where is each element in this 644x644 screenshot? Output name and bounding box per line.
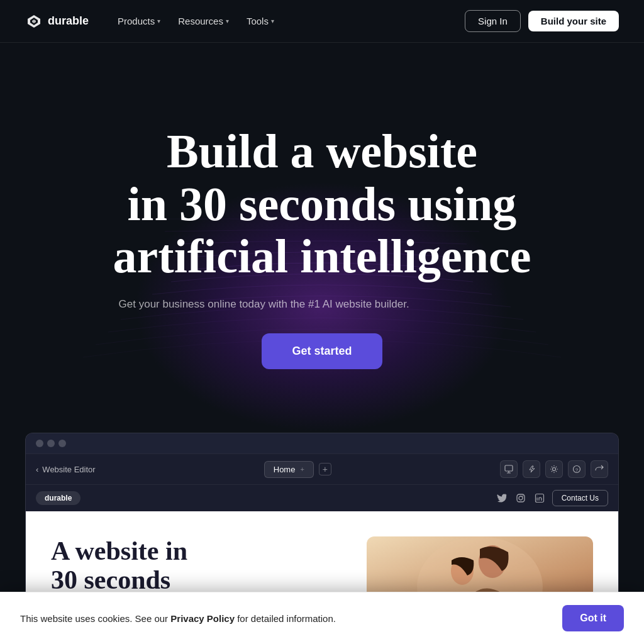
browser-toolbar: ‹ Website Editor Home + + ? bbox=[26, 453, 618, 484]
tab-plus-icon: + bbox=[300, 465, 304, 473]
build-site-button[interactable]: Build your site bbox=[528, 11, 619, 31]
tab-label: Home bbox=[274, 465, 296, 474]
browser-dot-red bbox=[36, 440, 43, 447]
site-logo-pill: durable bbox=[36, 491, 80, 505]
nav-links: Products ▾ Resources ▾ Tools ▾ bbox=[111, 12, 280, 30]
nav-resources[interactable]: Resources ▾ bbox=[172, 12, 235, 30]
browser-dots bbox=[36, 440, 66, 447]
svg-point-1 bbox=[552, 468, 555, 471]
instagram-icon[interactable] bbox=[514, 492, 527, 504]
lightning-icon[interactable] bbox=[523, 460, 540, 478]
cookie-text-before: This website uses cookies. See our bbox=[20, 613, 170, 624]
chevron-down-icon: ▾ bbox=[226, 18, 229, 25]
browser-dot-green bbox=[58, 440, 66, 447]
browser-back: ‹ Website Editor bbox=[36, 465, 96, 474]
nav-products[interactable]: Products ▾ bbox=[111, 12, 167, 30]
svg-point-5 bbox=[519, 496, 523, 500]
logo[interactable]: durable bbox=[25, 13, 89, 30]
hero-title: Build a website in 30 seconds using arti… bbox=[113, 125, 531, 283]
cookie-text: This website uses cookies. See our Priva… bbox=[20, 613, 336, 624]
got-it-button[interactable]: Got it bbox=[562, 605, 624, 631]
settings-icon[interactable] bbox=[545, 460, 563, 478]
hero-subtitle: Get your business online today with the … bbox=[113, 298, 415, 311]
nav-tools[interactable]: Tools ▾ bbox=[240, 12, 280, 30]
hero-content: Build a website in 30 seconds using arti… bbox=[113, 125, 531, 369]
durable-logo-icon bbox=[25, 13, 43, 30]
svg-point-6 bbox=[522, 496, 523, 497]
browser-site-nav: durable Contact Us bbox=[26, 484, 618, 511]
share-icon[interactable] bbox=[591, 460, 608, 478]
browser-title-line1: A website in bbox=[51, 536, 187, 565]
browser-title-seconds: 30 seconds bbox=[51, 565, 170, 594]
browser-icons: ? bbox=[500, 460, 608, 478]
svg-rect-4 bbox=[517, 494, 525, 502]
monitor-icon[interactable] bbox=[500, 460, 518, 478]
linkedin-icon[interactable] bbox=[533, 492, 546, 504]
nav-left: durable Products ▾ Resources ▾ Tools ▾ bbox=[25, 12, 280, 30]
contact-us-button[interactable]: Contact Us bbox=[552, 490, 608, 506]
help-icon[interactable]: ? bbox=[568, 460, 586, 478]
navbar: durable Products ▾ Resources ▾ Tools ▾ S… bbox=[0, 0, 644, 43]
chevron-down-icon: ▾ bbox=[271, 18, 274, 25]
svg-rect-0 bbox=[505, 465, 513, 471]
nav-right: Sign In Build your site bbox=[465, 10, 619, 32]
get-started-button[interactable]: Get started bbox=[262, 333, 382, 369]
browser-bar bbox=[26, 433, 618, 453]
svg-text:?: ? bbox=[575, 467, 579, 473]
browser-dot-yellow bbox=[47, 440, 55, 447]
website-editor-label: Website Editor bbox=[42, 465, 95, 474]
logo-text: durable bbox=[48, 14, 89, 28]
cookie-banner: This website uses cookies. See our Priva… bbox=[0, 592, 644, 644]
browser-tab-area: Home + + bbox=[264, 461, 331, 478]
browser-social-links: Contact Us bbox=[496, 490, 608, 506]
back-arrow-icon: ‹ bbox=[36, 465, 38, 474]
twitter-icon[interactable] bbox=[496, 492, 508, 504]
privacy-policy-link[interactable]: Privacy Policy bbox=[170, 613, 235, 624]
signin-button[interactable]: Sign In bbox=[465, 10, 521, 32]
hero-section: Build a website in 30 seconds using arti… bbox=[0, 43, 644, 433]
browser-tab-home[interactable]: Home + bbox=[264, 461, 314, 478]
cookie-text-after: for detailed information. bbox=[235, 613, 336, 624]
chevron-down-icon: ▾ bbox=[157, 18, 160, 25]
add-tab-button[interactable]: + bbox=[319, 463, 331, 475]
